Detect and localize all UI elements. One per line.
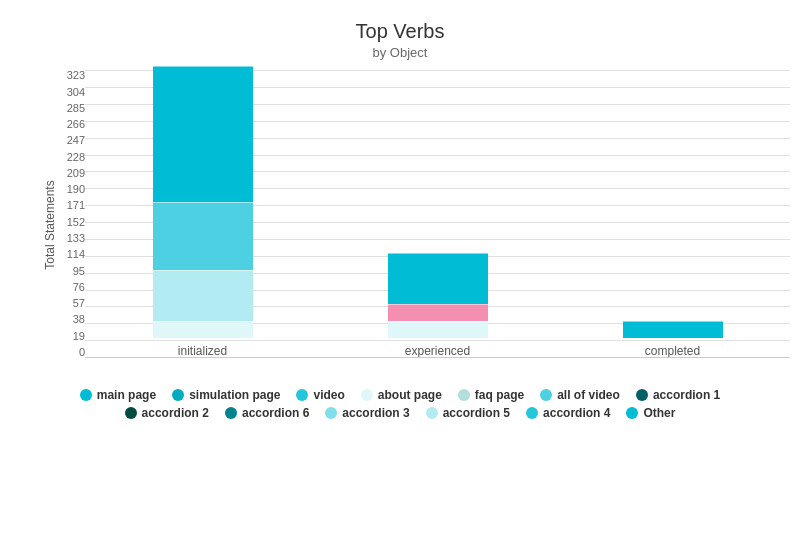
bar-segment (153, 321, 253, 338)
legend-dot (225, 407, 237, 419)
bar-label: initialized (178, 344, 227, 358)
legend-dot (540, 389, 552, 401)
bar-stack (388, 253, 488, 338)
legend-item: accordion 5 (426, 406, 510, 420)
y-label: 209 (67, 168, 85, 179)
legend-item: main page (80, 388, 156, 402)
bar-stack (623, 321, 723, 338)
legend-dot (458, 389, 470, 401)
legend-dot (80, 389, 92, 401)
y-label: 57 (73, 298, 85, 309)
y-label: 38 (73, 314, 85, 325)
bar-segment (388, 321, 488, 338)
legend-label: video (313, 388, 344, 402)
legend-label: accordion 6 (242, 406, 309, 420)
legend-label: accordion 4 (543, 406, 610, 420)
chart-title: Top Verbs (10, 20, 790, 43)
legend-label: accordion 3 (342, 406, 409, 420)
y-label: 247 (67, 135, 85, 146)
legend-item: simulation page (172, 388, 280, 402)
y-label: 190 (67, 184, 85, 195)
legend-item: accordion 1 (636, 388, 720, 402)
y-label: 76 (73, 282, 85, 293)
bar-group: experienced (378, 253, 498, 358)
x-axis-line (85, 357, 790, 358)
y-label: 323 (67, 70, 85, 81)
bar-segment (388, 253, 488, 304)
y-label: 285 (67, 103, 85, 114)
legend-item: accordion 2 (125, 406, 209, 420)
legend-item: accordion 4 (526, 406, 610, 420)
legend-label: faq page (475, 388, 524, 402)
legend: main pagesimulation pagevideoabout pagef… (10, 380, 790, 420)
bar-segment (153, 202, 253, 270)
legend-label: accordion 1 (653, 388, 720, 402)
legend-dot (296, 389, 308, 401)
legend-label: accordion 2 (142, 406, 209, 420)
legend-item: video (296, 388, 344, 402)
legend-dot (526, 407, 538, 419)
y-label: 19 (73, 331, 85, 342)
bar-stack (153, 66, 253, 338)
bar-group: completed (613, 321, 733, 358)
y-label: 152 (67, 217, 85, 228)
bar-segment (623, 321, 723, 338)
bar-segment (153, 66, 253, 202)
legend-item: faq page (458, 388, 524, 402)
chart-inner: initializedexperiencedcompleted (85, 70, 790, 380)
legend-label: all of video (557, 388, 620, 402)
legend-label: simulation page (189, 388, 280, 402)
y-axis-title: Total Statements (43, 165, 57, 285)
legend-item: accordion 3 (325, 406, 409, 420)
y-label: 114 (67, 249, 85, 260)
legend-item: Other (626, 406, 675, 420)
bar-segment (388, 304, 488, 321)
y-label: 304 (67, 87, 85, 98)
legend-label: about page (378, 388, 442, 402)
legend-dot (426, 407, 438, 419)
y-label: 266 (67, 119, 85, 130)
legend-item: all of video (540, 388, 620, 402)
y-label: 95 (73, 266, 85, 277)
legend-item: about page (361, 388, 442, 402)
legend-dot (361, 389, 373, 401)
legend-label: main page (97, 388, 156, 402)
legend-dot (636, 389, 648, 401)
legend-dot (125, 407, 137, 419)
bar-label: completed (645, 344, 700, 358)
chart-container: Top Verbs by Object Total Statements 019… (0, 0, 800, 533)
legend-dot (626, 407, 638, 419)
y-label: 133 (67, 233, 85, 244)
bar-label: experienced (405, 344, 470, 358)
y-label: 228 (67, 152, 85, 163)
chart-subtitle: by Object (10, 45, 790, 60)
legend-dot (172, 389, 184, 401)
legend-label: accordion 5 (443, 406, 510, 420)
bar-group: initialized (143, 66, 263, 358)
legend-item: accordion 6 (225, 406, 309, 420)
y-label: 171 (67, 200, 85, 211)
legend-label: Other (643, 406, 675, 420)
legend-dot (325, 407, 337, 419)
bar-segment (153, 270, 253, 321)
